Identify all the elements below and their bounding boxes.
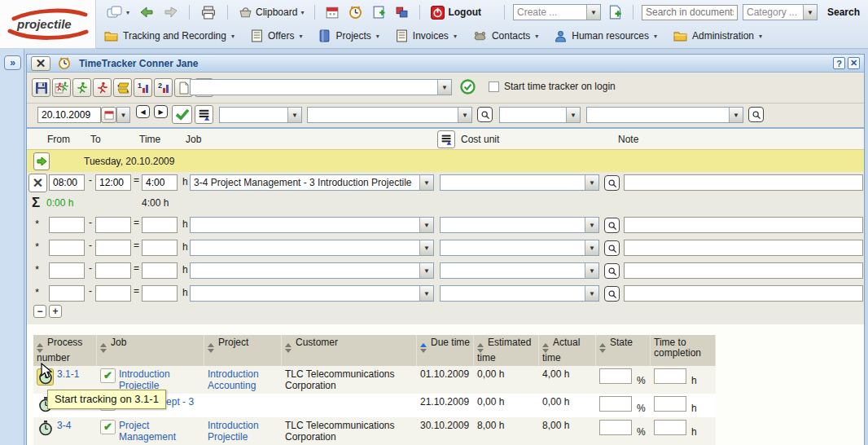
cost-unit-select[interactable]: ▼ [440, 174, 599, 191]
process-link[interactable]: 3-4 [57, 420, 71, 431]
job-select[interactable]: ▼ [190, 285, 434, 302]
app-logo[interactable]: projectile [0, 0, 96, 49]
start-tracker-checkbox[interactable] [489, 82, 499, 92]
help-button[interactable]: ? [833, 57, 845, 69]
apply-date-button[interactable] [172, 105, 192, 124]
cost-unit-select[interactable]: ▼ [440, 262, 599, 279]
new-document-button[interactable] [606, 3, 625, 21]
start-tracking-clock-button[interactable] [37, 420, 54, 437]
search-button[interactable]: Search [822, 5, 865, 20]
window-close-button[interactable]: ✕ [31, 56, 50, 71]
ttc-input[interactable] [654, 420, 686, 435]
time-input[interactable] [142, 217, 178, 233]
cost-unit-select[interactable]: ▼ [440, 240, 599, 256]
next-day-button[interactable]: ▶ [154, 105, 168, 118]
ttc-input[interactable] [654, 368, 686, 384]
sort-icon-active[interactable] [420, 343, 427, 353]
lookup-button[interactable] [604, 240, 620, 256]
to-input[interactable] [95, 262, 131, 279]
modules-button[interactable] [392, 4, 411, 20]
from-input[interactable] [49, 240, 85, 256]
from-input[interactable] [49, 285, 85, 302]
lookup-button[interactable] [604, 263, 620, 279]
logout-button[interactable]: Logout [428, 4, 484, 21]
print-button[interactable] [198, 4, 219, 21]
job-done-check-icon[interactable]: ✔ [100, 368, 116, 383]
windows-menu-button[interactable]: ▾ [104, 4, 132, 20]
from-input[interactable] [49, 217, 85, 233]
note-input[interactable] [624, 217, 863, 233]
search-input[interactable] [642, 5, 738, 20]
remove-row-button[interactable]: − [33, 305, 46, 318]
previous-day-button[interactable]: ◀ [136, 105, 150, 118]
stop-tracking-button[interactable] [93, 78, 112, 97]
clipboard-menu-button[interactable]: Clipboard ▾ [236, 5, 306, 20]
menu-projects[interactable]: Projects▾ [318, 29, 379, 42]
sidebar-expand-button[interactable]: » [4, 55, 21, 70]
menu-tracking-and-recording[interactable]: Tracking and Recording▾ [104, 30, 235, 42]
state-input[interactable] [599, 368, 632, 384]
menu-offers[interactable]: Offers▾ [251, 29, 302, 42]
time-input[interactable] [142, 174, 178, 191]
cost-unit-select[interactable]: ▼ [440, 217, 599, 233]
date-input[interactable] [37, 107, 101, 123]
job-link[interactable]: Introduction Projectile [119, 368, 203, 391]
project-link[interactable]: Introduction Projectile [208, 420, 259, 443]
cost-unit-select[interactable]: ▼ [440, 285, 599, 302]
filter-select-3[interactable]: ▼ [499, 107, 581, 123]
sort-entries-button[interactable] [195, 105, 213, 124]
sort-icon[interactable] [100, 343, 107, 353]
to-input[interactable] [95, 174, 131, 191]
filter-select-1[interactable]: ▼ [219, 107, 302, 123]
calendar-button[interactable] [323, 4, 341, 20]
add-row-button[interactable]: + [49, 305, 62, 318]
filter-select-4[interactable]: ▼ [586, 107, 743, 123]
menu-invoices[interactable]: Invoices▾ [396, 29, 457, 42]
header-process-number[interactable]: Process number [33, 335, 97, 366]
process-link[interactable]: 3.1-1 [57, 368, 79, 380]
delete-entry-button[interactable]: ✕ [28, 174, 47, 192]
to-input[interactable] [95, 240, 131, 256]
new-note-button[interactable] [370, 4, 388, 20]
lookup-button[interactable] [604, 175, 620, 191]
header-actual-time[interactable]: Actual time [539, 335, 596, 366]
titlebar-close-button[interactable]: ✕ [848, 57, 860, 69]
time-input[interactable] [142, 262, 178, 279]
report-2-button[interactable]: 2 [154, 78, 173, 97]
header-project[interactable]: Project [204, 335, 282, 366]
job-link[interactable]: Project Management [119, 420, 203, 443]
note-input[interactable] [624, 262, 863, 279]
header-state[interactable]: State [596, 335, 651, 366]
sort-icon[interactable] [599, 343, 606, 353]
header-job[interactable]: Job [97, 335, 204, 366]
create-select[interactable]: Create ...▼ [513, 4, 601, 20]
menu-human-resources[interactable]: Human resources▾ [555, 30, 657, 42]
time-input[interactable] [142, 285, 178, 302]
sort-cost-unit-button[interactable] [437, 130, 455, 148]
category-select[interactable]: Category ...▼ [743, 4, 818, 20]
project-link[interactable]: Introduction Accounting [208, 368, 259, 391]
ttc-input[interactable] [654, 396, 686, 412]
from-input[interactable] [49, 262, 85, 279]
back-button[interactable] [137, 4, 156, 20]
from-input[interactable] [49, 174, 85, 191]
report-1-button[interactable]: 1 [134, 78, 152, 97]
date-dropdown-button[interactable]: ▼ [116, 107, 130, 123]
save-button[interactable] [32, 78, 50, 97]
window-titlebar[interactable]: ✕ TimeTracker Conner Jane ? ✕ [27, 55, 864, 73]
go-to-day-button[interactable] [33, 152, 50, 170]
start-tracking-button[interactable] [72, 78, 91, 97]
menu-administration[interactable]: Administration▾ [673, 30, 762, 42]
lookup-button[interactable] [748, 107, 764, 122]
header-customer[interactable]: Customer [282, 335, 417, 366]
job-select[interactable]: ▼ [190, 217, 434, 233]
transfer-booking-button[interactable] [52, 78, 71, 97]
to-input[interactable] [95, 285, 131, 302]
time-tracker-button[interactable] [346, 4, 365, 21]
job-select[interactable]: ▼ [190, 240, 434, 256]
job-select[interactable]: 3-4 Project Management - 3 Introduction … [190, 174, 434, 191]
header-estimated-time[interactable]: Estimated time [474, 335, 539, 366]
sort-icon[interactable] [285, 343, 292, 353]
sort-icon[interactable] [208, 343, 214, 353]
job-done-check-icon[interactable]: ✔ [100, 420, 116, 434]
